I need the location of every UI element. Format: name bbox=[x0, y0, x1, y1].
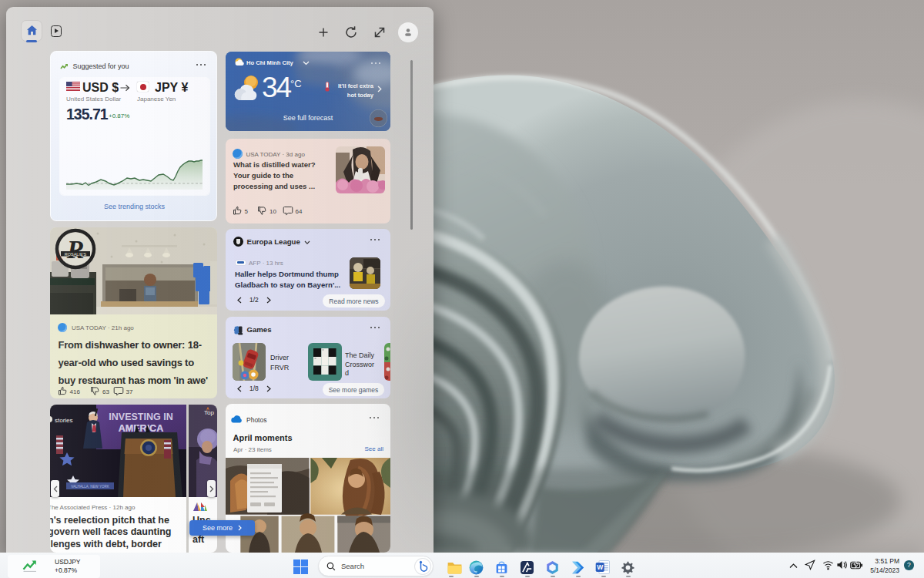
svg-text:INVESTING IN: INVESTING IN bbox=[109, 412, 172, 422]
svg-text:AMERICA: AMERICA bbox=[119, 423, 163, 434]
svg-text:Top: Top bbox=[204, 409, 214, 416]
svg-text:VALHALLA, NEW YORK: VALHALLA, NEW YORK bbox=[71, 485, 109, 489]
svg-text:W: W bbox=[597, 563, 603, 571]
svg-text:5: 5 bbox=[245, 208, 249, 215]
svg-text:64: 64 bbox=[296, 208, 303, 215]
svg-text:416: 416 bbox=[70, 388, 81, 395]
svg-text:stories: stories bbox=[55, 417, 73, 424]
svg-text:63: 63 bbox=[102, 388, 109, 395]
svg-text:ROSALIE'S: ROSALIE'S bbox=[65, 252, 87, 257]
svg-text:10: 10 bbox=[270, 208, 276, 215]
svg-text:37: 37 bbox=[126, 388, 133, 395]
svg-text:R: R bbox=[66, 235, 85, 264]
